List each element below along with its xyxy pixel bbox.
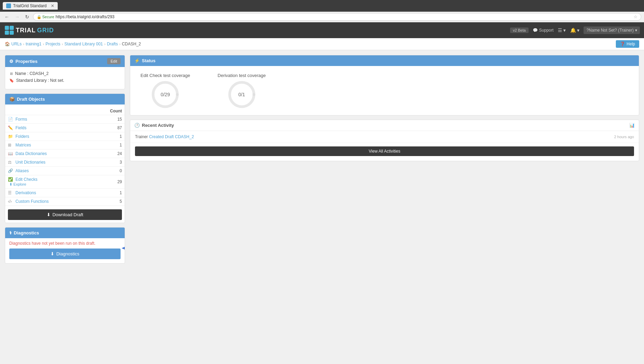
support-button[interactable]: 💬 Support: [533, 28, 554, 33]
version-badge: v2 Beta: [510, 27, 528, 33]
diagnostics-button[interactable]: ⬇ Diagnostics: [9, 249, 121, 259]
clock-icon: 🕐: [134, 123, 140, 128]
chart-icon[interactable]: 📊: [629, 123, 635, 128]
breadcrumb-training1[interactable]: training1: [26, 42, 42, 46]
count-cell: 29: [92, 175, 125, 189]
table-row: 📁 Folders 1: [5, 132, 125, 141]
back-button[interactable]: ←: [3, 13, 11, 20]
logo: TRIAL GRID: [4, 25, 54, 35]
activity-header: 🕐 Recent Activity 📊: [130, 120, 639, 131]
diagnostics-icon: ⚕: [9, 230, 12, 235]
user-menu[interactable]: ?Name Not Set? (Trainer) ▾: [584, 26, 640, 34]
draft-link-folders[interactable]: 📁 Folders: [8, 134, 89, 139]
draft-objects-body: Count 📄 Forms 15 ✏️ Fields 87 📁 Folders …: [5, 104, 125, 223]
row-icon: 📁: [8, 134, 13, 139]
draft-link-edit-checks[interactable]: ✅ Edit Checks: [8, 177, 89, 182]
edit-check-donut: 0/29: [151, 81, 179, 108]
recent-activity-card: 🕐 Recent Activity 📊 Trainer Created Draf…: [130, 120, 639, 161]
breadcrumb: 🏠 URLs › training1 › Projects › Standard…: [0, 38, 644, 50]
table-row: ☰ Derivations 1: [5, 189, 125, 197]
draft-objects-icon: 📦: [9, 97, 15, 102]
menu-button[interactable]: ☰ ▾: [558, 27, 566, 33]
browser-tab[interactable]: TrialGrid Standard ✕: [3, 2, 58, 10]
secure-badge: 🔒 Secure: [37, 15, 54, 19]
table-row: ⊞ Matrices 1: [5, 141, 125, 150]
status-card: ⚡ Status Edit Check test coverage 0/29 D…: [130, 55, 639, 115]
draft-objects-title: Draft Objects: [17, 97, 45, 102]
breadcrumb-urls[interactable]: URLs: [11, 42, 22, 46]
forward-button[interactable]: →: [13, 13, 21, 20]
properties-title: Properties: [15, 59, 37, 64]
table-row: 🔗 Aliases 0: [5, 167, 125, 175]
diagnostics-title: Diagnostics: [14, 230, 39, 235]
edit-button[interactable]: Edit: [107, 58, 121, 64]
row-icon: 🔗: [8, 168, 13, 173]
table-row: ✅ Edit Checks ⬇ Explore 29: [5, 175, 125, 189]
prop-library-value: Standard Library : Not set.: [16, 78, 64, 83]
properties-card: ⚙ Properties Edit 🖥 Name : CDASH_2 🔖 Sta…: [5, 55, 125, 89]
activity-rows: Trainer Created Draft CDASH_2 2 hours ag…: [130, 131, 639, 143]
address-input[interactable]: 🔒 Secure https://beta.trialgrid.io/draft…: [33, 13, 641, 21]
draft-objects-table: Count 📄 Forms 15 ✏️ Fields 87 📁 Folders …: [5, 107, 125, 206]
breadcrumb-standard-library[interactable]: Standard Library 001: [64, 42, 103, 46]
row-icon: ☰: [8, 190, 13, 195]
table-row: ⚖ Unit Dictionaries 3: [5, 158, 125, 167]
draft-link-fields[interactable]: ✏️ Fields: [8, 125, 89, 130]
download-draft-button[interactable]: ⬇ Download Draft: [8, 209, 122, 220]
activity-text: Trainer Created Draft CDASH_2: [135, 134, 194, 139]
left-panel: ⚙ Properties Edit 🖥 Name : CDASH_2 🔖 Sta…: [5, 55, 125, 364]
activity-timestamp: 2 hours ago: [614, 135, 634, 139]
logo-grid: GRID: [37, 27, 54, 34]
nav-right: v2 Beta 💬 Support ☰ ▾ 🔔 ▾ ?Name Not Set?…: [510, 26, 640, 34]
status-body: Edit Check test coverage 0/29 Derivation…: [130, 66, 639, 115]
draft-link-derivations[interactable]: ☰ Derivations: [8, 190, 89, 195]
count-cell: 1: [92, 189, 125, 197]
svg-rect-3: [10, 31, 14, 35]
draft-objects-header: 📦 Draft Objects: [5, 94, 125, 104]
count-cell: 1: [92, 132, 125, 141]
count-cell: 3: [92, 158, 125, 167]
download-icon: ⬇: [47, 212, 50, 217]
row-icon: ✏️: [8, 125, 13, 130]
explore-link[interactable]: ⬇ Explore: [9, 182, 26, 186]
status-header: ⚡ Status: [130, 55, 639, 66]
draft-link-matrices[interactable]: ⊞ Matrices: [8, 143, 89, 147]
tab-close-icon[interactable]: ✕: [51, 3, 54, 8]
row-icon: ⊞: [8, 143, 13, 147]
row-icon: ⚖: [8, 160, 13, 165]
row-icon: ✅: [8, 177, 13, 182]
prop-library-row: 🔖 Standard Library : Not set.: [9, 78, 121, 83]
properties-body: 🖥 Name : CDASH_2 🔖 Standard Library : No…: [5, 67, 125, 89]
bookmark-icon[interactable]: ☆: [634, 14, 637, 19]
table-row: ‹/› Custom Functions 5: [5, 197, 125, 206]
row-icon: 📄: [8, 117, 13, 122]
bell-button[interactable]: 🔔 ▾: [570, 27, 580, 33]
diagnostics-warning: Diagnostics have not yet been run on thi…: [5, 238, 125, 249]
derivation-donut: 0/1: [228, 81, 256, 108]
draft-link-custom-functions[interactable]: ‹/› Custom Functions: [8, 199, 89, 204]
tab-favicon: [6, 3, 11, 8]
help-button[interactable]: ❓ Help: [616, 40, 639, 48]
top-navbar: TRIAL GRID v2 Beta 💬 Support ☰ ▾ 🔔 ▾ ?Na…: [0, 22, 644, 38]
breadcrumb-icon: 🏠: [5, 42, 10, 46]
draft-link-data-dictionaries[interactable]: 📖 Data Dictionaries: [8, 151, 89, 156]
logo-trial: TRIAL: [16, 27, 36, 34]
table-row: ✏️ Fields 87: [5, 124, 125, 132]
status-icon: ⚡: [134, 58, 140, 63]
draft-link-unit-dictionaries[interactable]: ⚖ Unit Dictionaries: [8, 160, 89, 165]
count-cell: 5: [92, 197, 125, 206]
browser-chrome: TrialGrid Standard ✕: [0, 0, 644, 12]
activity-title: 🕐 Recent Activity: [134, 123, 174, 128]
prop-name-value: Name : CDASH_2: [15, 71, 48, 76]
view-all-activities-button[interactable]: View All Activities: [135, 146, 634, 156]
derivation-coverage: Derivation test coverage 0/1: [218, 73, 266, 108]
count-cell: 15: [92, 115, 125, 124]
draft-link-aliases[interactable]: 🔗 Aliases: [8, 168, 89, 173]
draft-link-forms[interactable]: 📄 Forms: [8, 117, 89, 122]
url-text: https://beta.trialgrid.io/drafts/293: [56, 14, 114, 19]
breadcrumb-projects[interactable]: Projects: [45, 42, 60, 46]
refresh-button[interactable]: ↻: [23, 13, 31, 20]
svg-rect-2: [5, 31, 9, 35]
activity-link[interactable]: Created Draft CDASH_2: [149, 134, 194, 139]
breadcrumb-drafts[interactable]: Drafts: [107, 42, 118, 46]
